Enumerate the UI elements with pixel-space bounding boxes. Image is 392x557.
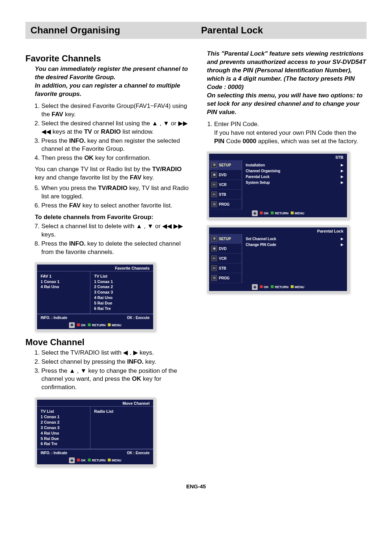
move-step-3: Press the ▲ , ▼ key to change the positi…: [41, 367, 189, 392]
parental-intro-2: On selecting this menu, you will have tw…: [207, 92, 363, 116]
list-item: 4 Rai Uno: [41, 284, 86, 290]
text: If you have not entered your own PIN Cod…: [214, 129, 356, 136]
tab-label: SETUP: [219, 237, 231, 241]
text: key to select another favorite list.: [81, 202, 172, 209]
text: key for confirmation.: [94, 154, 151, 161]
parental-step-1: Enter PIN Code. If you have not entered …: [214, 120, 367, 146]
text: INFO.: [69, 137, 86, 144]
menu-item: Set Channel Lock▶: [246, 236, 343, 242]
green-dot-icon: [271, 211, 274, 214]
green-dot-icon: [271, 285, 274, 288]
tab-vcr: ▭VCR: [209, 254, 242, 263]
osd-title: Parental Lock: [209, 227, 347, 234]
change-list-note: You can change TV list or Radio list by …: [35, 165, 189, 182]
tape-icon: ▭: [211, 182, 217, 187]
osd-panel: Favorite Channels FAV 1 1 Conax 1 4 Rai …: [37, 265, 153, 329]
gear-icon: ⚙: [211, 162, 217, 168]
text: TV: [84, 128, 92, 135]
text: OK: [132, 375, 142, 382]
tab-label: VCR: [219, 257, 226, 261]
tab-dvd: ◉DVD: [209, 244, 242, 254]
text: Code: [224, 138, 242, 145]
clock-icon: ◷: [211, 201, 217, 207]
osd-title: Favorite Channels: [37, 265, 153, 271]
menu-item: Parental Lock▶: [246, 174, 343, 180]
text: FAV: [130, 174, 142, 181]
menu-item: Channel Organising▶: [246, 168, 343, 174]
osd-tabs: ⚙SETUP ◉DVD ▭VCR ▭STB ◷PROG: [209, 160, 242, 209]
text: Press the: [41, 137, 69, 144]
footer-return: RETURN: [92, 459, 106, 462]
chevron-right-icon: ▶: [341, 174, 343, 180]
osd-right-header: Radio List: [94, 409, 150, 414]
fav-step-2: Select the desired channel list using th…: [41, 120, 189, 136]
chevron-right-icon: ▶: [341, 242, 343, 248]
tab-dvd: ◉DVD: [209, 170, 242, 180]
hint-left: INFO. : Indicate: [41, 451, 67, 455]
osd-left-header: FAV 1: [41, 274, 86, 279]
fav-step-1: Select the desired Favorite Group(FAV1~F…: [41, 102, 189, 119]
osd-menu: Installation▶ Channel Organising▶ Parent…: [242, 160, 347, 209]
osd-footer: ✥ OK RETURN MENU: [209, 209, 347, 217]
favorite-channels-heading: Favorite Channels: [25, 53, 189, 64]
fav-step-4: Then press the OK key for confirmation.: [41, 154, 189, 162]
gear-icon: ⚙: [211, 236, 217, 242]
menu-label: Installation: [246, 162, 265, 168]
box-icon: ▭: [211, 191, 217, 197]
chevron-right-icon: ▶: [341, 168, 343, 174]
tab-setup: ⚙SETUP: [209, 160, 242, 170]
yellow-dot-icon: [291, 285, 294, 288]
fav-steps-3: Select a channel list to delete with ▲ ,…: [25, 222, 189, 257]
list-item: 1 Conax 1: [41, 279, 86, 284]
fav-steps: Select the desired Favorite Group(FAV1~F…: [25, 102, 189, 163]
osd-body: FAV 1 1 Conax 1 4 Rai Uno TV List 1 Cona…: [37, 271, 153, 314]
footer-return: RETURN: [92, 323, 106, 327]
left-column: Favorite Channels You can immediately re…: [25, 50, 189, 472]
text: FAV: [69, 202, 81, 209]
tab-label: DVD: [219, 247, 226, 251]
text: Then press the: [41, 154, 84, 161]
text: Enter PIN Code.: [214, 121, 259, 128]
tab-label: VCR: [219, 183, 226, 187]
footer-menu: MENU: [112, 459, 122, 462]
text: key.: [63, 111, 76, 118]
hint-left: INFO. : Indicate: [41, 316, 67, 320]
list-item: 2 Conax 2: [41, 420, 86, 425]
tab-label: STB: [219, 266, 226, 270]
osd-left: TV List 1 Conax 1 2 Conax 2 3 Conax 3 4 …: [37, 407, 90, 449]
footer-return: RETURN: [275, 285, 289, 289]
dpad-icon: ✥: [69, 322, 75, 328]
fav-step-5: When you press the TV/RADIO key, TV list…: [41, 184, 189, 201]
text: RADIO: [101, 128, 121, 135]
columns: Favorite Channels You can immediately re…: [25, 50, 367, 472]
osd-hints: INFO. : Indicate OK : Execute: [37, 449, 153, 456]
tab-prog: ◷PROG: [209, 273, 242, 283]
text: OK: [84, 154, 94, 161]
yellow-dot-icon: [291, 211, 294, 214]
osd-hints: INFO. : Indicate OK : Execute: [37, 314, 153, 321]
parental-intro-1: This "Parental Lock" feature sets viewin…: [207, 50, 366, 90]
osd-title: Move Channel: [37, 400, 153, 406]
osd-right-header: TV List: [94, 274, 150, 279]
header-bar: Channel Organising Parental Lock: [25, 22, 367, 39]
text: Press the: [41, 240, 69, 247]
text: FAV: [52, 111, 63, 118]
tab-label: STB: [219, 193, 226, 197]
osd-body: TV List 1 Conax 1 2 Conax 2 3 Conax 3 4 …: [37, 406, 153, 449]
dpad-icon: ✥: [252, 210, 258, 216]
text: or: [92, 128, 101, 135]
chevron-right-icon: ▶: [341, 236, 343, 242]
text: When you press the: [41, 185, 98, 191]
delete-heading: To delete channels from Favorite Group:: [35, 214, 189, 221]
footer-ok: OK: [264, 211, 269, 215]
list-item: 5 Rai Due: [94, 300, 150, 306]
osd-footer: ✥ OK RETURN MENU: [37, 456, 153, 464]
menu-label: Parental Lock: [246, 174, 270, 180]
menu-label: Change PIN Code: [246, 242, 276, 248]
text: Press the: [41, 202, 69, 209]
osd-tabs: ⚙SETUP ◉DVD ▭VCR ▭STB ◷PROG: [209, 234, 242, 283]
header-right: Parental Lock: [196, 22, 367, 39]
osd-footer: ✥ OK RETURN MENU: [37, 321, 153, 329]
menu-item: Installation▶: [246, 162, 343, 168]
list-item: 1 Conax 1: [41, 414, 86, 420]
